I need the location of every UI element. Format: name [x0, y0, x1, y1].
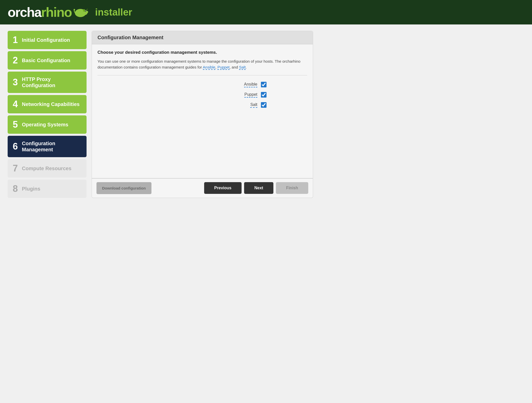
checkbox-label-puppet: Puppet — [244, 92, 257, 98]
link-puppet[interactable]: Puppet — [217, 65, 230, 70]
svg-marker-5 — [87, 8, 88, 10]
logo-white-part: orcha — [8, 5, 41, 20]
link-salt[interactable]: Salt — [239, 65, 246, 70]
main-container: 1Initial Configuration2Basic Configurati… — [0, 24, 321, 204]
checkbox-label-salt: Salt — [250, 102, 257, 108]
sep1: , — [215, 65, 217, 69]
desc-pre: You can use one or more configuration ma… — [97, 59, 300, 69]
rhino-icon — [73, 6, 88, 19]
content-description: You can use one or more configuration ma… — [97, 59, 307, 70]
sidebar-label-4: Networking Capabilities — [22, 101, 80, 107]
checkbox-ansible[interactable] — [261, 82, 267, 87]
content-question: Choose your desired configuration manage… — [97, 50, 307, 55]
svg-point-6 — [83, 9, 85, 12]
content-panel-header: Configuration Management — [92, 31, 313, 44]
desc-post: . — [246, 65, 247, 69]
sidebar-label-7: Compute Resources — [22, 165, 72, 171]
sidebar-label-5: Operating Systems — [22, 122, 68, 128]
svg-point-7 — [74, 9, 75, 10]
logo-green-part: rhino — [41, 5, 72, 20]
sidebar-num-8: 8 — [13, 184, 18, 193]
app-header: orcharhino installer — [0, 0, 532, 24]
content-area: Configuration Management Choose your des… — [92, 31, 313, 198]
sidebar-item-3[interactable]: 3HTTP Proxy Configuration — [8, 72, 87, 93]
checkbox-puppet[interactable] — [261, 92, 267, 98]
footer-bar: Download configuration Previous Next Fin… — [92, 178, 313, 198]
sidebar-label-3: HTTP Proxy Configuration — [22, 76, 81, 88]
sidebar-num-4: 4 — [13, 100, 18, 109]
sidebar-num-5: 5 — [13, 120, 18, 129]
divider — [97, 75, 307, 75]
next-button[interactable]: Next — [244, 182, 273, 194]
sidebar-label-1: Initial Configuration — [22, 37, 70, 43]
sidebar: 1Initial Configuration2Basic Configurati… — [8, 31, 87, 198]
finish-button[interactable]: Finish — [276, 182, 308, 194]
previous-button[interactable]: Previous — [204, 182, 242, 194]
sidebar-label-8: Plugins — [22, 186, 40, 192]
sidebar-item-4[interactable]: 4Networking Capabilities — [8, 95, 87, 113]
checkbox-row-2: Salt — [250, 102, 267, 108]
link-ansible[interactable]: Ansible — [203, 65, 215, 70]
sidebar-item-2[interactable]: 2Basic Configuration — [8, 51, 87, 70]
sidebar-label-6: Configuration Management — [22, 140, 81, 153]
sidebar-label-2: Basic Configuration — [22, 57, 70, 63]
logo-text: orcharhino — [8, 5, 72, 20]
sidebar-item-7[interactable]: 7Compute Resources — [8, 159, 87, 178]
installer-label: installer — [95, 7, 132, 18]
nav-buttons: Previous Next Finish — [204, 182, 308, 194]
sep2: , and — [230, 65, 239, 69]
panel-title: Configuration Management — [97, 35, 163, 40]
sidebar-item-8[interactable]: 8Plugins — [8, 180, 87, 198]
sidebar-item-6[interactable]: 6Configuration Management — [8, 136, 87, 157]
content-body: Choose your desired configuration manage… — [92, 44, 313, 115]
checkbox-row-0: Ansible — [244, 82, 267, 87]
sidebar-num-3: 3 — [13, 78, 18, 87]
content-panel: Configuration Management Choose your des… — [92, 31, 313, 178]
checkbox-row-1: Puppet — [244, 92, 267, 98]
download-config-button[interactable]: Download configuration — [96, 182, 151, 194]
logo: orcharhino — [8, 5, 88, 20]
sidebar-num-1: 1 — [13, 35, 18, 45]
sidebar-item-1[interactable]: 1Initial Configuration — [8, 31, 87, 49]
checkboxes-area: AnsiblePuppetSalt — [97, 82, 307, 108]
sidebar-num-2: 2 — [13, 56, 18, 65]
svg-point-4 — [85, 11, 86, 11]
checkbox-label-ansible: Ansible — [244, 82, 257, 87]
sidebar-item-5[interactable]: 5Operating Systems — [8, 115, 87, 134]
svg-point-8 — [85, 11, 86, 11]
sidebar-num-6: 6 — [13, 142, 18, 151]
sidebar-num-7: 7 — [13, 164, 18, 173]
checkbox-salt[interactable] — [261, 102, 267, 108]
